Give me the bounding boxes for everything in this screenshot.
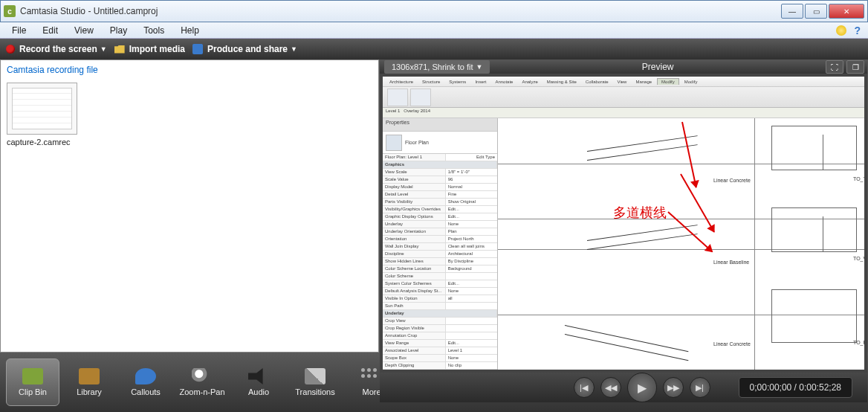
import-media-button[interactable]: Import media (114, 44, 185, 54)
forward-button[interactable]: ▶▶ (663, 377, 684, 398)
revit-prop-row: Show Hidden LinesBy Discipline (383, 258, 497, 265)
revit-tab: Collaborate (582, 79, 612, 85)
revit-prop-row: System Color SchemesEdit... (383, 280, 497, 288)
player-controls: |◀ ◀◀ ▶ ▶▶ ▶| 0;00:00;00 / 0:00:52;28 (380, 373, 867, 402)
menu-file[interactable]: File (4, 24, 33, 37)
transitions-icon (305, 368, 326, 384)
hint-bulb-icon[interactable] (836, 25, 846, 36)
detach-button[interactable]: ❐ (846, 60, 864, 74)
minimize-button[interactable]: — (781, 4, 803, 19)
revit-drawing-area: 多道横线 Linear ConcreteLinear BaselineLinea… (498, 118, 864, 370)
tab-callouts[interactable]: Callouts (119, 358, 172, 406)
menu-edit[interactable]: Edit (35, 24, 65, 37)
maximize-button[interactable]: ▭ (805, 4, 827, 19)
main-area: Camtasia recording file capture-2.camrec… (0, 59, 868, 353)
menu-bar: File Edit View Play Tools Help ? (0, 22, 868, 39)
revit-tab-strip: ArchitectureStructureSystemsInsertAnnota… (383, 77, 864, 87)
revit-detail-label: TO_View (853, 256, 864, 261)
revit-tab: Architecture (386, 79, 417, 85)
tab-audio[interactable]: Audio (232, 358, 285, 406)
callouts-icon (135, 368, 156, 384)
revit-prop-row: Display ModelNormal (383, 184, 497, 191)
preview-dimensions-dropdown[interactable]: 1306x871, Shrink to fit▼ (384, 60, 490, 74)
revit-prop-row: Depth ClippingNo clip (383, 362, 497, 370)
revit-tab: Structure (418, 79, 444, 85)
revit-prop-row: Associated LevelLevel 1 (383, 347, 497, 355)
revit-prop-row: Underlay OrientationPlan (383, 228, 497, 236)
revit-prop-row: Crop Region Visible (383, 325, 497, 332)
fullscreen-button[interactable]: ⛶ (826, 60, 843, 74)
revit-prop-row: Graphics (383, 161, 497, 169)
revit-type-selector: Floor Plan (383, 132, 497, 154)
time-display: 0;00:00;00 / 0:00:52;28 (739, 377, 852, 398)
record-icon (6, 45, 15, 54)
tab-zoom-pan[interactable]: Zoom-n-Pan (175, 358, 229, 406)
action-toolbar: Record the screen▼ Import media Produce … (0, 39, 868, 59)
revit-prop-row: View Scale1/8" = 1'-0" (383, 169, 497, 176)
audio-icon (248, 368, 269, 384)
next-clip-button[interactable]: ▶| (690, 377, 710, 398)
revit-prop-row: UnderlayNone (383, 221, 497, 228)
produce-share-button[interactable]: Produce and share▼ (192, 44, 297, 54)
revit-prop-row: Visibility/Graphics OverridesEdit... (383, 206, 497, 213)
revit-tab: Systems (445, 79, 470, 85)
revit-prop-row: Visible In Optionall (383, 295, 497, 303)
window-titlebar: c Camtasia Studio - Untitled.camproj — ▭… (0, 0, 868, 22)
revit-options-bar: Level 1 Overlay 2014 (383, 108, 864, 118)
revit-instance-row: Floor Plan: Level 1 Edit Type (383, 154, 497, 161)
tab-library[interactable]: Library (62, 358, 116, 406)
revit-detail-label: Linear Concrete (713, 341, 751, 347)
clip-bin-icon (22, 368, 43, 384)
revit-prop-row: Scope BoxNone (383, 355, 497, 362)
clip-filename[interactable]: capture-2.camrec (7, 138, 372, 147)
preview-header: 1306x871, Shrink to fit▼ Preview ⛶ ❐ (380, 60, 867, 74)
revit-detail-label: Linear Baseline (713, 260, 749, 265)
revit-detail-label: TO_Trim (853, 176, 864, 181)
revit-tab: Analyze (518, 79, 541, 85)
record-screen-button[interactable]: Record the screen▼ (6, 44, 107, 54)
preview-pane: 1306x871, Shrink to fit▼ Preview ⛶ ❐ Arc… (379, 59, 868, 353)
revit-tab: Modify (681, 79, 702, 85)
menu-view[interactable]: View (67, 24, 101, 37)
revit-prop-row: View RangeEdit... (383, 340, 497, 347)
close-button[interactable]: ✕ (829, 4, 864, 19)
revit-screenshot: ArchitectureStructureSystemsInsertAnnota… (383, 77, 864, 370)
revit-props-header: Properties (383, 118, 497, 132)
prev-clip-button[interactable]: |◀ (574, 377, 595, 398)
revit-prop-row: Graphic Display OptionsEdit... (383, 213, 497, 221)
revit-prop-row: Parts VisibilityShow Original (383, 199, 497, 206)
more-icon (361, 368, 382, 384)
window-title: Camtasia Studio - Untitled.camproj (20, 6, 781, 16)
revit-tab: Modify (657, 78, 679, 85)
menu-help[interactable]: Help (173, 24, 207, 37)
folder-icon (114, 45, 125, 54)
annotation-text: 多道横线 (613, 204, 667, 222)
revit-prop-row: Crop View (383, 318, 497, 325)
revit-properties-panel: Properties Floor Plan Floor Plan: Level … (383, 118, 498, 370)
revit-detail-label: Linear Concrete (713, 178, 751, 183)
revit-align-button (410, 88, 431, 106)
tab-transitions[interactable]: Transitions (288, 358, 342, 406)
revit-prop-row: DisciplineArchitectural (383, 251, 497, 258)
tab-clip-bin[interactable]: Clip Bin (6, 358, 59, 406)
clip-thumbnail[interactable] (7, 83, 77, 135)
disk-icon (192, 44, 203, 54)
revit-tab: View (614, 79, 631, 85)
revit-prop-row: Color Scheme LocationBackground (383, 265, 497, 273)
revit-tab: Insert (471, 79, 490, 85)
revit-prop-row: OrientationProject North (383, 236, 497, 243)
revit-prop-row: Underlay (383, 310, 497, 318)
revit-tab: Massing & Site (543, 79, 580, 85)
play-button[interactable]: ▶ (627, 373, 657, 402)
revit-prop-row: Sun Path (383, 303, 497, 310)
revit-prop-row: Wall Join DisplayClean all wall joins (383, 243, 497, 251)
menu-tools[interactable]: Tools (136, 24, 172, 37)
revit-prop-row: Annotation Crop (383, 332, 497, 340)
preview-canvas[interactable]: ArchitectureStructureSystemsInsertAnnota… (380, 74, 867, 373)
revit-ribbon (383, 87, 864, 108)
revit-modify-button (387, 88, 408, 106)
rewind-button[interactable]: ◀◀ (600, 377, 621, 398)
menu-play[interactable]: Play (103, 24, 135, 37)
add-icon[interactable]: ? (854, 25, 861, 36)
revit-prop-row: Scale Value96 (383, 176, 497, 184)
